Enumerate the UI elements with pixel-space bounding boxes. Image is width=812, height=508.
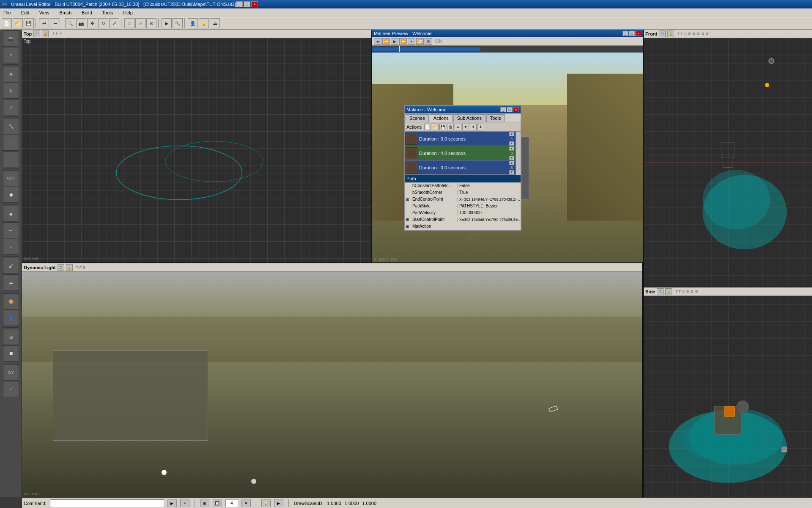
act-down[interactable]: ▼ — [462, 124, 469, 130]
mat-timeline[interactable] — [372, 46, 643, 52]
act-import[interactable]: ⬆ — [470, 124, 477, 130]
matinee-dialog-minimize[interactable]: _ — [500, 107, 506, 112]
side-view-content[interactable] — [644, 296, 812, 497]
lp-move[interactable]: ✥ — [3, 66, 19, 82]
mat-record[interactable]: ● — [408, 38, 415, 45]
mat-loop[interactable]: 🔁 — [416, 38, 424, 45]
prop-row-2[interactable]: bSmoothCorner True — [405, 189, 521, 196]
lp-terrain-edit[interactable]: ⛰ — [3, 274, 19, 290]
action-item-2[interactable]: Duration : 4.0 seconds ▲ S ▼ — [405, 146, 516, 160]
tb-undo[interactable]: ↩ — [39, 18, 49, 28]
lp-csg-sub[interactable]: ➖ — [3, 151, 19, 167]
tb-move[interactable]: ✥ — [87, 18, 97, 28]
viewport-top-lock[interactable]: 🔒 — [42, 30, 49, 37]
lp-brush[interactable]: 🔧 — [3, 118, 19, 134]
tb-terrain[interactable]: ⛰ — [210, 18, 220, 28]
menu-tools[interactable]: Tools — [101, 9, 115, 16]
viewport-top-maximize[interactable]: □ — [33, 30, 40, 37]
action-item-1[interactable]: Duration : 0.0 seconds ▲ S ▼ — [405, 132, 516, 146]
prop-row-1[interactable]: bConstantPathVelo... False — [405, 182, 521, 189]
side-maximize[interactable]: □ — [657, 288, 664, 295]
front-maximize[interactable]: □ — [659, 30, 666, 37]
cmd-play[interactable]: ▶ — [274, 500, 283, 507]
menu-help[interactable]: Help — [121, 9, 134, 16]
side-lock[interactable]: 🔒 — [665, 288, 672, 295]
tb-redo[interactable]: ↪ — [50, 18, 60, 28]
act-open[interactable]: 📂 — [432, 124, 439, 130]
action-item-3[interactable]: Duration : 3.0 seconds ▲ S ▼ — [405, 160, 516, 175]
cmd-lighting[interactable]: 💡 — [261, 500, 271, 507]
cmd-grid-down[interactable]: ▼ — [241, 500, 251, 507]
lp-actors[interactable]: 👤 — [3, 310, 19, 326]
act-export[interactable]: ⬇ — [477, 124, 484, 130]
lp-z[interactable]: Z — [3, 381, 19, 397]
viewport-dl-content[interactable]: X=0 Y=0 — [22, 272, 642, 497]
close-button[interactable]: × — [251, 1, 258, 7]
mat-settings[interactable]: ⚙ — [425, 38, 432, 45]
matinee-win-close[interactable]: × — [635, 31, 641, 36]
prop-row-6[interactable]: ⊞ StartControlPoint X=302.194946,Y=1789.… — [405, 216, 521, 223]
lp-materials[interactable]: 🎨 — [3, 293, 19, 309]
lp-csg-add[interactable]: ➕ — [3, 135, 19, 151]
cmd-exec[interactable]: ▶ — [167, 500, 177, 507]
menu-edit[interactable]: Edit — [19, 9, 31, 16]
lp-face[interactable]: ▫ — [3, 239, 19, 255]
mat-play[interactable]: ▶ — [391, 38, 398, 45]
lp-select[interactable]: ↖ — [3, 47, 19, 63]
tb-new[interactable]: 📄 — [2, 18, 12, 28]
action-scroll-3-down[interactable]: ▼ — [509, 170, 514, 174]
viewport-top-content[interactable]: Top X=0 Y=0 — [22, 38, 371, 262]
lp-scale[interactable]: ⤢ — [3, 99, 19, 115]
actions-scrollbar[interactable] — [516, 132, 521, 175]
front-view-content[interactable] — [644, 38, 812, 287]
matinee-win-minimize[interactable]: _ — [623, 31, 628, 36]
viewport-dl-maximize[interactable]: □ — [58, 264, 64, 271]
mat-next[interactable]: ⏩ — [399, 38, 407, 45]
matinee-win-maximize[interactable]: □ — [629, 31, 635, 36]
act-new[interactable]: 📄 — [424, 124, 431, 130]
mat-prev[interactable]: ⏪ — [382, 38, 390, 45]
matinee-dialog-close[interactable]: × — [513, 107, 519, 112]
cmd-grid[interactable]: ⊞ — [200, 500, 209, 507]
cmd-grid-size[interactable]: 4 — [225, 500, 238, 507]
viewport-dl-lock[interactable]: 🔒 — [66, 264, 73, 271]
tb-save[interactable]: 💾 — [24, 18, 34, 28]
action-scroll-2-up[interactable]: ▲ — [509, 146, 514, 151]
lp-grid[interactable]: ⊞ — [3, 329, 19, 345]
lp-camera[interactable]: 📷 — [3, 30, 19, 47]
mat-rewind[interactable]: ⏮ — [374, 38, 381, 45]
action-scroll-2-down[interactable]: ▼ — [509, 156, 514, 160]
tab-actions[interactable]: Actions — [430, 114, 453, 122]
tb-scale[interactable]: ⤢ — [109, 18, 119, 28]
tab-scenes[interactable]: Scenes — [406, 114, 429, 122]
lp-paint[interactable]: 🖌 — [3, 258, 19, 274]
action-scroll-1-down[interactable]: ▼ — [509, 141, 514, 146]
lp-vertex[interactable]: ◆ — [3, 206, 19, 222]
tb-build[interactable]: 🔨 — [173, 18, 183, 28]
menu-view[interactable]: View — [38, 9, 51, 16]
front-lock[interactable]: 🔒 — [667, 30, 674, 37]
cmd-clear[interactable]: × — [180, 500, 189, 507]
tb-play[interactable]: ▶ — [162, 18, 172, 28]
prop-row-7[interactable]: ⊞ MatAction — [405, 223, 521, 230]
menu-brush[interactable]: Brush — [58, 9, 73, 16]
tb-camera[interactable]: 📷 — [76, 18, 86, 28]
prop-row-4[interactable]: PathStyle PATHSTYLE_Bezier — [405, 203, 521, 210]
matinee-dialog-titlebar[interactable]: Matinee - Welcome _ □ × — [405, 106, 521, 113]
command-input[interactable] — [50, 500, 164, 507]
tab-subactions[interactable]: Sub Actions — [453, 114, 486, 122]
matinee-dialog-maximize[interactable]: □ — [507, 107, 513, 112]
menu-build[interactable]: Build — [80, 9, 93, 16]
tb-actor[interactable]: 👤 — [188, 18, 198, 28]
menu-file[interactable]: File — [2, 9, 13, 16]
cmd-snap[interactable]: 🔲 — [213, 500, 222, 507]
lp-rotate[interactable]: ↻ — [3, 83, 19, 99]
tb-open[interactable]: 📂 — [13, 18, 23, 28]
tb-brush-cylinder[interactable]: ⊙ — [146, 18, 156, 28]
tab-tools[interactable]: Tools — [486, 114, 505, 122]
act-up[interactable]: ▲ — [455, 124, 461, 130]
maximize-button[interactable]: □ — [244, 1, 250, 7]
act-save[interactable]: 💾 — [439, 124, 446, 130]
action-scroll-3-up[interactable]: ▲ — [509, 161, 514, 165]
tb-search[interactable]: 🔍 — [65, 18, 75, 28]
